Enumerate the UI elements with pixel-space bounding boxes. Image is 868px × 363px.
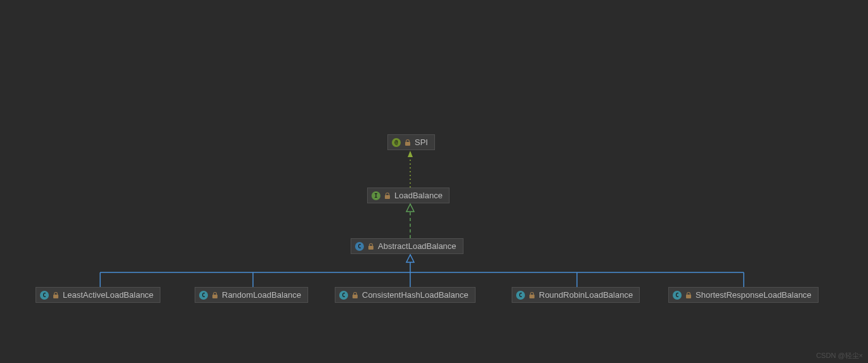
lock-icon [352,292,358,298]
node-roundrobin[interactable]: C RoundRobinLoadBalance [512,287,640,303]
lock-icon [384,193,391,199]
node-random[interactable]: C RandomLoadBalance [195,287,308,303]
lock-icon [529,292,535,298]
connector-lines [0,0,868,363]
svg-marker-3 [406,204,414,212]
lock-icon [53,292,59,298]
abstract-class-icon: C [355,242,364,251]
interface-icon: I [372,191,380,200]
node-label: SPI [415,137,428,147]
node-label: LeastActiveLoadBalance [63,290,153,300]
node-leastactive[interactable]: C LeastActiveLoadBalance [36,287,160,303]
svg-marker-4 [406,255,414,262]
class-icon: C [673,291,682,300]
svg-marker-1 [408,151,413,157]
node-label: LoadBalance [394,191,443,200]
node-label: AbstractLoadBalance [378,241,457,251]
class-icon: C [339,291,348,300]
watermark: CSDN @轻尘× [816,351,863,360]
node-label: RoundRobinLoadBalance [539,290,633,300]
node-shortestresponse[interactable]: C ShortestResponseLoadBalance [668,287,819,303]
lock-icon [212,292,218,298]
node-spi[interactable]: @ SPI [387,134,435,150]
node-loadbalance[interactable]: I LoadBalance [367,188,450,203]
class-icon: C [516,291,525,300]
lock-icon [405,139,411,146]
node-label: ConsistentHashLoadBalance [362,290,469,300]
annotation-icon: @ [392,138,401,147]
node-consistenthash[interactable]: C ConsistentHashLoadBalance [335,287,476,303]
class-icon: C [40,291,49,300]
lock-icon [685,292,692,298]
node-label: ShortestResponseLoadBalance [696,290,812,300]
lock-icon [368,243,374,250]
node-label: RandomLoadBalance [222,290,301,300]
node-abstractloadbalance[interactable]: C AbstractLoadBalance [351,238,463,254]
class-icon: C [199,291,208,300]
